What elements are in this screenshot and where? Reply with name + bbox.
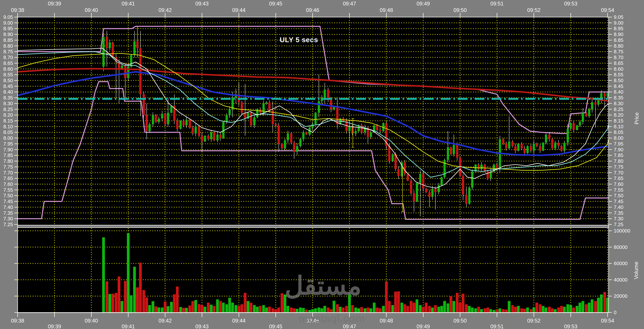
svg-text:9.00: 9.00 — [614, 20, 623, 26]
svg-text:8.85: 8.85 — [614, 37, 623, 43]
svg-text:09:46: 09:46 — [306, 318, 319, 324]
svg-text:7.85: 7.85 — [4, 153, 13, 158]
svg-text:7.40: 7.40 — [614, 205, 623, 210]
svg-text:8.30: 8.30 — [4, 101, 13, 106]
svg-text:7.65: 7.65 — [614, 176, 623, 181]
svg-text:8.45: 8.45 — [614, 83, 623, 89]
svg-text:7.50: 7.50 — [4, 193, 13, 198]
svg-text:09:47: 09:47 — [343, 324, 356, 329]
svg-text:9.05: 9.05 — [4, 14, 13, 20]
svg-text:8.15: 8.15 — [614, 118, 623, 123]
svg-text:8.10: 8.10 — [4, 124, 13, 129]
svg-text:09:48: 09:48 — [380, 7, 393, 13]
svg-text:7.40: 7.40 — [4, 205, 13, 210]
svg-text:8.20: 8.20 — [614, 112, 623, 118]
svg-text:09:47: 09:47 — [343, 1, 356, 7]
svg-text:8.35: 8.35 — [614, 95, 623, 100]
svg-text:7.35: 7.35 — [614, 210, 623, 216]
svg-text:8.10: 8.10 — [614, 124, 623, 129]
svg-text:09:54: 09:54 — [601, 7, 614, 13]
svg-text:09:40: 09:40 — [85, 318, 98, 324]
svg-text:09:53: 09:53 — [564, 1, 578, 7]
svg-text:09:46: 09:46 — [306, 7, 319, 13]
svg-text:7.50: 7.50 — [614, 193, 623, 198]
svg-text:09:53: 09:53 — [564, 324, 578, 329]
svg-text:7.80: 7.80 — [4, 158, 13, 164]
svg-text:9.00: 9.00 — [4, 20, 13, 26]
svg-text:7.30: 7.30 — [4, 216, 13, 221]
svg-text:8.80: 8.80 — [614, 43, 623, 49]
svg-text:8.70: 8.70 — [4, 55, 13, 60]
svg-text:8.75: 8.75 — [4, 49, 13, 54]
svg-text:7.90: 7.90 — [614, 147, 623, 152]
svg-text:8.30: 8.30 — [614, 101, 623, 106]
svg-text:7.70: 7.70 — [614, 170, 623, 175]
svg-text:09:45: 09:45 — [269, 324, 282, 329]
svg-text:20000: 20000 — [614, 293, 628, 299]
svg-text:09:42: 09:42 — [158, 318, 172, 324]
svg-text:7.70: 7.70 — [4, 170, 13, 175]
svg-text:09:49: 09:49 — [417, 1, 430, 7]
svg-text:40000: 40000 — [614, 277, 628, 283]
svg-text:7.95: 7.95 — [614, 141, 623, 147]
svg-text:8.95: 8.95 — [614, 26, 623, 31]
svg-text:09:43: 09:43 — [196, 1, 209, 7]
svg-text:8.90: 8.90 — [4, 32, 13, 37]
chart-title: ULY 5 secs — [280, 36, 318, 44]
svg-text:8.55: 8.55 — [614, 72, 623, 77]
svg-text:8.35: 8.35 — [4, 95, 13, 100]
svg-text:7.55: 7.55 — [614, 187, 623, 193]
svg-text:8.50: 8.50 — [4, 78, 13, 83]
svg-text:8.40: 8.40 — [4, 89, 13, 95]
svg-text:09:43: 09:43 — [196, 324, 209, 329]
svg-text:09:48: 09:48 — [380, 318, 393, 324]
svg-text:09:52: 09:52 — [527, 7, 540, 13]
svg-text:8.65: 8.65 — [614, 60, 623, 66]
svg-text:09:44: 09:44 — [232, 318, 246, 324]
svg-text:8.75: 8.75 — [614, 49, 623, 54]
svg-text:8.55: 8.55 — [4, 72, 13, 77]
svg-text:8.40: 8.40 — [614, 89, 623, 95]
svg-text:8.25: 8.25 — [614, 107, 623, 112]
svg-text:0: 0 — [614, 310, 616, 315]
svg-text:9.05: 9.05 — [614, 14, 623, 20]
svg-text:7.80: 7.80 — [614, 158, 623, 164]
svg-text:7.75: 7.75 — [4, 164, 13, 170]
svg-text:8.80: 8.80 — [4, 43, 13, 49]
svg-text:09:42: 09:42 — [158, 7, 172, 13]
svg-text:7.60: 7.60 — [614, 181, 623, 187]
svg-text:60000: 60000 — [614, 261, 628, 266]
svg-text:7.85: 7.85 — [614, 153, 623, 158]
svg-text:09:54: 09:54 — [601, 318, 614, 324]
svg-text:8.85: 8.85 — [4, 37, 13, 43]
trading-chart-window: 9.059.059.009.008.958.958.908.908.858.85… — [0, 0, 644, 329]
svg-text:09:52: 09:52 — [527, 318, 540, 324]
svg-text:7.25: 7.25 — [614, 222, 623, 227]
svg-text:7.25: 7.25 — [4, 222, 13, 227]
svg-text:09:38: 09:38 — [11, 318, 24, 324]
svg-text:8.60: 8.60 — [4, 66, 13, 72]
svg-text:09:41: 09:41 — [122, 324, 135, 329]
svg-text:8.15: 8.15 — [4, 118, 13, 123]
svg-text:7.75: 7.75 — [614, 164, 623, 170]
svg-text:7.30: 7.30 — [614, 216, 623, 221]
svg-text:8.60: 8.60 — [614, 66, 623, 72]
price-volume-chart[interactable]: 9.059.059.009.008.958.958.908.908.858.85… — [0, 0, 644, 329]
svg-text:09:39: 09:39 — [48, 1, 61, 7]
svg-text:7.90: 7.90 — [4, 147, 13, 152]
svg-text:09:51: 09:51 — [490, 1, 504, 7]
svg-text:09:45: 09:45 — [269, 1, 282, 7]
svg-text:7.95: 7.95 — [4, 141, 13, 147]
svg-text:09:50: 09:50 — [454, 318, 467, 324]
svg-text:8.00: 8.00 — [4, 135, 13, 141]
svg-text:8.00: 8.00 — [614, 135, 623, 141]
svg-text:09:50: 09:50 — [454, 7, 467, 13]
svg-text:8.95: 8.95 — [4, 26, 13, 31]
svg-text:8.05: 8.05 — [4, 129, 13, 135]
svg-text:7.35: 7.35 — [4, 210, 13, 216]
svg-text:8.70: 8.70 — [614, 55, 623, 60]
svg-text:7.45: 7.45 — [4, 199, 13, 204]
svg-text:8.65: 8.65 — [4, 60, 13, 66]
svg-text:8.20: 8.20 — [4, 112, 13, 118]
volume-axis-title: Volume — [633, 255, 640, 286]
